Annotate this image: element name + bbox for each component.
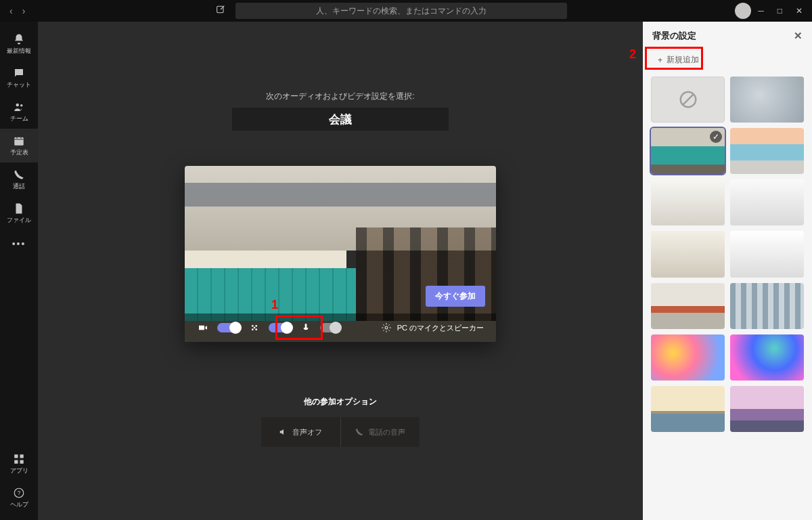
background-option[interactable]: ✓	[651, 128, 725, 174]
svg-text:?: ?	[18, 490, 21, 496]
svg-point-1	[16, 103, 20, 106]
svg-point-13	[255, 328, 257, 330]
device-settings-button[interactable]: PC のマイクとスピーカー	[381, 322, 484, 333]
background-option[interactable]	[730, 386, 804, 432]
other-options: 音声オフ 電話の音声	[261, 417, 420, 447]
background-grid: ✓	[643, 77, 812, 520]
add-new-label: 新規追加	[667, 54, 699, 66]
background-option[interactable]	[651, 231, 725, 277]
av-control-bar: PC のマイクとスピーカー	[185, 313, 496, 342]
window-minimize-icon[interactable]: ─	[758, 6, 764, 16]
device-label: PC のマイクとスピーカー	[397, 323, 484, 333]
background-none[interactable]	[651, 77, 725, 123]
svg-point-10	[252, 325, 254, 327]
rail-item-call[interactable]: 通話	[0, 162, 38, 196]
rail-label: チャット	[7, 81, 31, 89]
rail-label: チーム	[10, 114, 28, 123]
rail-item-chat[interactable]: チャット	[0, 61, 38, 95]
background-option[interactable]	[730, 334, 804, 381]
audio-off-label: 音声オフ	[292, 427, 322, 437]
annotation-label-1: 1	[271, 298, 278, 312]
window-close-icon[interactable]: ✕	[796, 6, 803, 16]
svg-point-2	[20, 104, 22, 106]
close-icon[interactable]: ✕	[794, 30, 803, 42]
annotation-box-1	[275, 316, 323, 340]
background-option[interactable]	[730, 128, 804, 174]
svg-rect-5	[20, 454, 24, 458]
search-input[interactable]: 人、キーワードの検索、またはコマンドの入力	[235, 3, 567, 19]
svg-point-11	[255, 325, 257, 327]
svg-line-18	[683, 95, 693, 105]
rail-item-help[interactable]: ? ヘルプ	[0, 481, 38, 515]
rail-item-activity[interactable]: 最新情報	[0, 27, 38, 61]
svg-point-12	[252, 328, 254, 330]
svg-rect-4	[14, 454, 18, 458]
rail-label: ファイル	[7, 216, 31, 225]
rail-label: ヘルプ	[10, 500, 28, 509]
mic-toggle[interactable]	[320, 323, 340, 332]
rail-more-icon[interactable]: •••	[0, 230, 38, 257]
background-effects-icon[interactable]	[248, 322, 261, 334]
window-maximize-icon[interactable]: □	[777, 6, 782, 16]
avatar[interactable]	[735, 3, 751, 19]
add-new-button[interactable]: + 新規追加	[651, 50, 706, 70]
compose-icon[interactable]	[215, 4, 226, 18]
video-preview: 今すぐ参加 PC のマイクとスピーカー 1	[185, 166, 496, 342]
meeting-prejoin: 次のオーディオおよびビデオ設定を選択: 会議 今すぐ参加 PC のマイクとスピー…	[38, 22, 643, 520]
nav-back-icon[interactable]: ‹	[9, 5, 13, 16]
background-option[interactable]	[730, 231, 804, 277]
audio-off-button[interactable]: 音声オフ	[261, 417, 341, 447]
svg-rect-6	[14, 460, 18, 463]
nav-forward-icon[interactable]: ›	[22, 5, 26, 16]
background-option[interactable]	[730, 283, 804, 329]
other-options-title: 他の参加オプション	[304, 396, 377, 408]
background-option[interactable]	[651, 334, 725, 381]
background-option[interactable]	[651, 386, 725, 432]
background-option[interactable]	[651, 179, 725, 225]
titlebar: ‹ › 人、キーワードの検索、またはコマンドの入力 ─ □ ✕	[0, 0, 812, 22]
check-icon: ✓	[710, 131, 722, 143]
rail-label: 通話	[13, 182, 25, 191]
rail-item-teams[interactable]: チーム	[0, 95, 38, 129]
rail-label: 最新情報	[7, 47, 31, 56]
join-now-button[interactable]: 今すぐ参加	[426, 286, 485, 307]
annotation-label-2: 2	[629, 47, 636, 62]
app-rail: 最新情報 チャット チーム 予定表 通話 ファイル ••• アプリ	[0, 22, 38, 520]
panel-title: 背景の設定	[652, 30, 696, 42]
rail-item-apps[interactable]: アプリ	[0, 447, 38, 481]
svg-point-14	[254, 327, 256, 329]
meeting-name: 会議	[232, 108, 449, 131]
search-placeholder: 人、キーワードの検索、またはコマンドの入力	[316, 5, 487, 17]
av-prompt: 次のオーディオおよびビデオ設定を選択:	[266, 91, 414, 102]
background-settings-panel: 背景の設定 ✕ 2 + 新規追加 ✓	[643, 22, 812, 520]
svg-rect-3	[14, 137, 24, 145]
background-blur[interactable]	[730, 77, 804, 123]
background-option[interactable]	[651, 283, 725, 329]
rail-item-calendar[interactable]: 予定表	[0, 129, 38, 162]
background-option[interactable]	[730, 179, 804, 225]
rail-label: 予定表	[10, 148, 28, 157]
rail-item-files[interactable]: ファイル	[0, 196, 38, 230]
phone-audio-label: 電話の音声	[368, 427, 405, 437]
phone-audio-button[interactable]: 電話の音声	[341, 417, 420, 447]
rail-label: アプリ	[10, 467, 28, 475]
plus-icon: +	[658, 56, 662, 65]
svg-rect-7	[20, 460, 24, 463]
camera-icon	[197, 322, 209, 334]
svg-point-16	[385, 326, 388, 329]
camera-toggle[interactable]	[217, 323, 240, 332]
